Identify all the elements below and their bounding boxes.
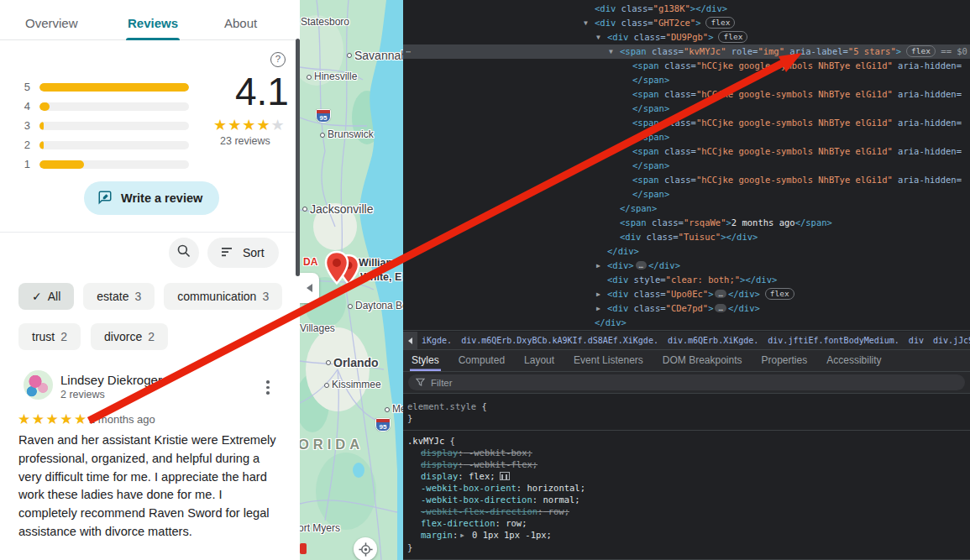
- elements-tree-row[interactable]: </div>: [403, 244, 970, 259]
- locate-icon: [359, 542, 373, 557]
- map-label: DA: [303, 256, 317, 268]
- filter-chip-communication[interactable]: communication3: [164, 283, 282, 310]
- breadcrumb-scroll-left[interactable]: [403, 332, 417, 350]
- filter-chip-estate[interactable]: estate3: [83, 283, 155, 310]
- filter-chip-trust[interactable]: trust2: [18, 323, 81, 350]
- elements-tree-row[interactable]: </div>: [403, 316, 970, 330]
- devtools-tab-computed[interactable]: Computed: [457, 350, 506, 371]
- breadcrumb-item[interactable]: iKgde.: [422, 336, 452, 345]
- reviews-count[interactable]: 23 reviews: [220, 135, 270, 147]
- tab-reviews[interactable]: Reviews: [128, 16, 178, 30]
- map-pin-cluster[interactable]: [321, 249, 361, 302]
- panel-scrollbar[interactable]: [296, 39, 300, 276]
- devtools-tabs: StylesComputedLayoutEvent ListenersDOM B…: [403, 350, 970, 372]
- elements-tree-row[interactable]: ▶<div class="Upo0Ec">…</div>flex: [403, 287, 970, 301]
- css-declaration[interactable]: display: -webkit-box;: [403, 447, 970, 458]
- map-label: Orlando: [333, 356, 379, 369]
- interstate-95-shield: 95: [375, 418, 391, 432]
- devtools-tab-properties[interactable]: Properties: [760, 350, 810, 371]
- css-declaration[interactable]: display: flex;: [403, 470, 970, 482]
- collapse-panel-button[interactable]: [300, 273, 319, 303]
- breadcrumb-item[interactable]: div: [909, 336, 924, 345]
- style-rule: .kvMYJc {display: -webkit-box;display: -…: [403, 433, 970, 560]
- elements-tree-row[interactable]: ▼<div class="DU9Pgb">flex: [403, 30, 970, 44]
- elements-tree-row[interactable]: <div class="Tuisuc"></div>: [403, 230, 970, 244]
- search-reviews-button[interactable]: [169, 238, 199, 268]
- map-label: Statesboro: [301, 16, 349, 28]
- devtools-tab-event-listeners[interactable]: Event Listeners: [572, 350, 645, 371]
- styles-filter-input[interactable]: Filter: [408, 374, 965, 390]
- elements-tree-row[interactable]: <span class="rsqaWe">2 months ago</span>: [403, 216, 970, 230]
- elements-tree-row[interactable]: ▶<div>…</div>: [403, 259, 970, 273]
- map-label: Jacksonville: [310, 202, 373, 216]
- breadcrumb-item[interactable]: div.jftiEf.fontBodyMedium.: [768, 336, 899, 345]
- devtools-tab-accessibility[interactable]: Accessibility: [825, 350, 883, 371]
- map-label: ORIDA: [300, 437, 364, 453]
- devtools-tab-dom-breakpoints[interactable]: DOM Breakpoints: [661, 350, 744, 371]
- elements-tree-row[interactable]: </span>: [403, 130, 970, 144]
- map-canvas[interactable]: StatesboroSavannahHinesvilleBrunswickJac…: [300, 0, 403, 560]
- funnel-icon: [416, 378, 425, 387]
- elements-tree-row[interactable]: <span class="hCCjke google-symbols NhBTy…: [403, 87, 970, 102]
- elements-tree-row[interactable]: <div style="clear: both;"></div>: [403, 273, 970, 287]
- breadcrumb-item[interactable]: div.m6QErb.DxyBCb.kA9KIf.dS8AEf.XiKgde.: [461, 336, 658, 345]
- help-icon[interactable]: ?: [270, 52, 286, 67]
- map-label: William: [359, 257, 396, 269]
- devtools-tab-layout[interactable]: Layout: [522, 350, 556, 371]
- section-divider: [0, 232, 300, 233]
- devtools-tab-styles[interactable]: Styles: [410, 350, 441, 371]
- tab-overview[interactable]: Overview: [25, 16, 78, 30]
- map-label: Savannah: [354, 49, 403, 62]
- tab-about[interactable]: About: [224, 16, 257, 30]
- rate-review-icon: [97, 190, 113, 207]
- css-declaration[interactable]: display: -webkit-flex;: [403, 458, 970, 470]
- filter-chip-divorce[interactable]: divorce2: [91, 323, 168, 350]
- elements-tree-row[interactable]: ▼<div class="GHT2ce">flex: [403, 16, 970, 30]
- elements-tree-row[interactable]: ⋯▼<span class="kvMYJc" role="img" aria-l…: [403, 44, 970, 59]
- css-declaration[interactable]: -webkit-box-direction: normal;: [403, 494, 970, 505]
- histogram-row[interactable]: 4: [18, 97, 189, 116]
- css-declaration[interactable]: -webkit-flex-direction: row;: [403, 505, 970, 517]
- elements-tree-row[interactable]: <span class="hCCjke google-symbols NhBTy…: [403, 116, 970, 130]
- elements-tree-row[interactable]: </span>: [403, 102, 970, 116]
- elements-tree-row[interactable]: </span>: [403, 73, 970, 87]
- map-label: Villages: [300, 322, 335, 334]
- histogram-row[interactable]: 5: [18, 77, 189, 97]
- histogram-row[interactable]: 1: [18, 154, 189, 174]
- histogram-row[interactable]: 3: [18, 116, 189, 135]
- flex-editor-icon[interactable]: [500, 472, 510, 480]
- map-label: Hinesville: [314, 71, 357, 82]
- breadcrumb-item[interactable]: div.jJc9Ad.: [933, 336, 970, 345]
- css-declaration[interactable]: flex-direction: row;: [403, 517, 970, 529]
- histogram-row[interactable]: 2: [18, 135, 189, 154]
- elements-tree-row[interactable]: <span class="hCCjke google-symbols NhBTy…: [403, 173, 970, 187]
- elements-tree-row[interactable]: </span>: [403, 187, 970, 201]
- filter-chip-all[interactable]: ✓All: [18, 283, 74, 310]
- elements-tree-row[interactable]: </span>: [403, 201, 970, 216]
- rating-stars: ★★★★★: [213, 116, 286, 134]
- styles-filter-bar: Filter: [403, 372, 970, 394]
- my-location-button[interactable]: [354, 537, 377, 560]
- styles-pane[interactable]: element.style {}.kvMYJc {display: -webki…: [403, 394, 970, 560]
- elements-tree-row[interactable]: ▶<div class="CDe7pd">…</div>: [403, 301, 970, 316]
- elements-tree-row[interactable]: </span>: [403, 159, 970, 173]
- review-menu-button[interactable]: [265, 379, 271, 396]
- elements-tree-row[interactable]: <span class="hCCjke google-symbols NhBTy…: [403, 59, 970, 73]
- write-review-button[interactable]: Write a review: [84, 181, 219, 215]
- elements-tree[interactable]: <div class="g138K"></div>▼<div class="GH…: [403, 0, 970, 331]
- review-stars: ★★★★★: [18, 411, 88, 428]
- chevron-left-icon: [408, 338, 412, 344]
- css-declaration[interactable]: -webkit-box-orient: horizontal;: [403, 482, 970, 494]
- elements-tree-row[interactable]: <div class="g138K"></div>: [403, 2, 970, 16]
- devtools-panel: <div class="g138K"></div>▼<div class="GH…: [403, 0, 970, 560]
- elements-tree-row[interactable]: <span class="hCCjke google-symbols NhBTy…: [403, 144, 970, 159]
- search-icon: [176, 243, 191, 262]
- reviewer-avatar[interactable]: [24, 370, 53, 400]
- reviewer-name[interactable]: Lindsey Diekroger: [60, 373, 162, 387]
- map-label: ort Myers: [300, 522, 340, 534]
- map-label: Melbourne: [392, 403, 403, 415]
- sort-button[interactable]: Sort: [207, 238, 279, 268]
- css-declaration[interactable]: margin:▶ 0 1px 1px -1px;: [403, 529, 970, 542]
- map-label: Kissimmee: [332, 379, 381, 390]
- breadcrumb-item[interactable]: div.m6QErb.XiKgde.: [668, 336, 758, 345]
